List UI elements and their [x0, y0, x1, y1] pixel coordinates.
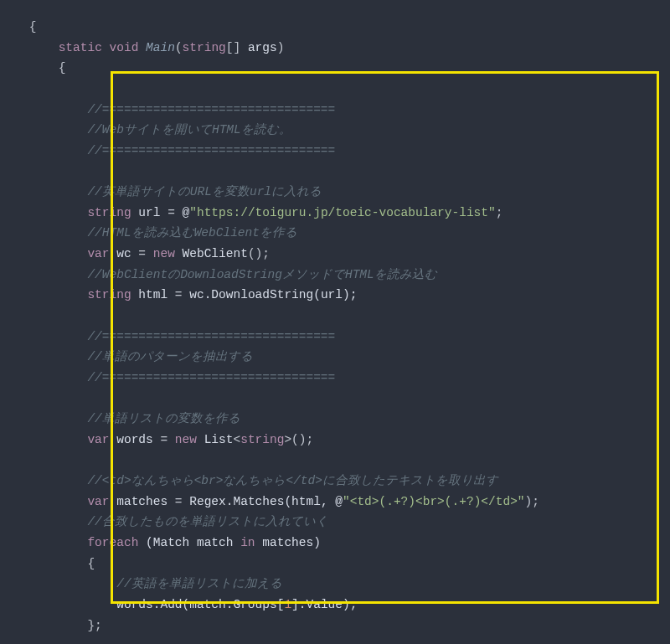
comment: //Webサイトを開いてHTMLを読む。	[87, 123, 291, 137]
comment: //単語のパターンを抽出する	[87, 350, 252, 363]
comment: //英語を単語リストに加える	[116, 577, 281, 590]
code-editor: { static void Main(string[] args) { //==…	[0, 0, 670, 644]
comment-separator: //================================	[87, 144, 335, 157]
comment: //HTMLを読み込むWebClientを作る	[87, 226, 297, 240]
method-name: Main	[146, 41, 175, 54]
comment: //合致したものを単語リストに入れていく	[87, 515, 327, 528]
code-block: { static void Main(string[] args) { //==…	[0, 17, 670, 644]
comment-separator: //================================	[87, 103, 335, 116]
comment: //英単語サイトのURLを変数urlに入れる	[87, 185, 322, 198]
keyword-void: void	[110, 41, 139, 54]
keyword-static: static	[59, 41, 102, 54]
comment: //単語リストの変数を作る	[87, 412, 240, 425]
comment: //<td>なんちゃら<br>なんちゃら</td>に合致したテキストを取り出す	[87, 474, 498, 487]
comment-separator: //================================	[87, 371, 335, 384]
comment: //WebClientのDownloadStringメソッドでHTMLを読み込む	[87, 268, 436, 281]
comment-separator: //================================	[87, 330, 335, 343]
string-literal-url: "https://toiguru.jp/toeic-vocabulary-lis…	[189, 206, 495, 219]
string-literal-regex: "<td>(.+?)<br>(.+?)</td>"	[343, 495, 525, 508]
